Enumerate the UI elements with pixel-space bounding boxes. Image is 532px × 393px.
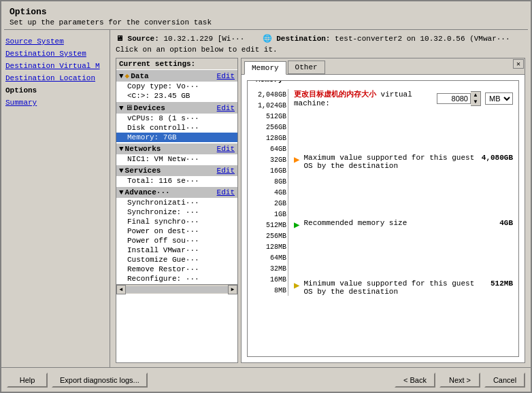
settings-section-services-header: ▼ Services Edit: [116, 165, 237, 176]
cancel-button[interactable]: Cancel: [484, 373, 525, 388]
devices-section-title: Devices: [134, 104, 214, 112]
memory-spin-down[interactable]: ▼: [471, 99, 480, 105]
tab-memory[interactable]: Memory: [244, 61, 286, 75]
services-arrow-icon: ▼: [119, 167, 124, 175]
memory-input-area: 更改目标虚机的内存大小 virtualmachine: ▲: [294, 89, 513, 107]
memory-spinbox: ▲ ▼: [437, 91, 481, 106]
scale-16mb: 16MB: [253, 274, 286, 285]
tab-other[interactable]: Other: [288, 61, 325, 74]
close-button[interactable]: ✕: [513, 59, 524, 69]
advanced-item-0: Synchronizati···: [116, 198, 237, 207]
scale-256gb: 256GB: [253, 122, 286, 133]
settings-section-networks: ▼ Networks Edit NIC1: VM Netw···: [116, 143, 237, 165]
data-item-0: Copy type: Vo···: [116, 82, 237, 91]
min-arrow-icon: ▶: [294, 279, 299, 291]
sidebar-item-destination-location[interactable]: Destination Location: [5, 72, 105, 84]
window-title: Options: [10, 7, 522, 17]
memory-spin-buttons: ▲ ▼: [471, 91, 481, 106]
panels-row: Current settings: ▼ ◆ Data Edit Copy typ…: [116, 58, 525, 363]
settings-section-devices: ▼ 🖥 Devices Edit vCPUs: 8 (1 s··· Disk c…: [116, 101, 237, 143]
networks-item-0: NIC1: VM Netw···: [116, 154, 237, 164]
memory-top-row: 2,048GB 1,024GB 512GB 256GB 128GB 64GB 3…: [253, 89, 513, 296]
devices-item-0: vCPUs: 8 (1 s···: [116, 114, 237, 123]
sidebar-item-destination-virtual[interactable]: Destination Virtual M: [5, 60, 105, 72]
advanced-edit-link[interactable]: Edit: [217, 188, 235, 196]
options-panel: Memory Other ✕ Memory: [241, 58, 525, 363]
settings-section-networks-header: ▼ Networks Edit: [116, 143, 237, 154]
max-arrow-icon: ▶: [294, 154, 299, 165]
devices-item-1: Disk controll···: [116, 123, 237, 133]
memory-content: 2,048GB 1,024GB 512GB 256GB 128GB 64GB 3…: [253, 89, 513, 351]
memory-input-description: 更改目标虚机的内存大小 virtualmachine:: [294, 89, 433, 107]
main-window: Options Set up the parameters for the co…: [0, 0, 532, 393]
memory-spin-up[interactable]: ▲: [471, 92, 480, 99]
scale-512mb: 512MB: [253, 220, 286, 230]
settings-section-devices-header: ▼ 🖥 Devices Edit: [116, 102, 237, 114]
scale-64mb: 64MB: [253, 252, 286, 263]
source-dest-bar: 🖥 Source: 10.32.1.229 [Wi··· 🌐 Destinati…: [116, 34, 525, 43]
scale-32gb: 32GB: [253, 154, 286, 165]
data-item-1: <C:>: 23.45 GB: [116, 91, 237, 101]
advanced-item-8: Reconfigure: ···: [116, 274, 237, 284]
export-logs-button[interactable]: Export diagnostic logs...: [52, 373, 148, 388]
services-edit-link[interactable]: Edit: [217, 167, 235, 175]
sidebar-item-options: Options: [5, 84, 105, 97]
memory-scale: 2,048GB 1,024GB 512GB 256GB 128GB 64GB 3…: [253, 89, 288, 296]
max-indicator-text: Maximum value supported for this guest O…: [303, 154, 477, 170]
sidebar-item-destination-system[interactable]: Destination System: [5, 48, 105, 60]
networks-arrow-icon: ▼: [119, 145, 124, 153]
options-panel-wrapper: Memory Other ✕ Memory: [241, 58, 525, 363]
source-value: 10.32.1.229 [Wi···: [163, 35, 244, 43]
min-indicator-text: Minimum value supported for this guest O…: [303, 279, 486, 296]
memory-indicators: 更改目标虚机的内存大小 virtualmachine: ▲: [294, 89, 513, 296]
settings-section-advanced: ▼ Advance··· Edit Synchronizati··· Synch…: [116, 186, 237, 284]
settings-section-services: ▼ Services Edit Total: 116 se···: [116, 165, 237, 186]
scale-32mb: 32MB: [253, 263, 286, 274]
bottom-bar: Help Export diagnostic logs... < Back Ne…: [1, 367, 531, 392]
memory-red-label: 更改目标虚机的内存大小: [294, 90, 376, 99]
advanced-section-title: Advance···: [125, 188, 214, 196]
data-edit-link[interactable]: Edit: [217, 72, 235, 80]
h-scroll-left-btn[interactable]: ◄: [116, 285, 126, 294]
devices-item-2: Memory: 7GB: [116, 133, 237, 142]
scale-8gb: 8GB: [253, 176, 286, 187]
settings-panel: Current settings: ▼ ◆ Data Edit Copy typ…: [116, 58, 238, 363]
source-label: 🖥 Source:: [116, 35, 159, 43]
data-section-title: Data: [131, 72, 214, 80]
scale-8mb: 8MB: [253, 285, 286, 296]
scale-2048gb: 2,048GB: [253, 89, 286, 100]
networks-section-title: Networks: [125, 145, 214, 153]
destination-value: test-converter2 on 10.32.0.56 (VMwar···: [335, 35, 510, 43]
devices-edit-link[interactable]: Edit: [217, 104, 235, 112]
networks-edit-link[interactable]: Edit: [217, 145, 235, 153]
scale-4gb: 4GB: [253, 187, 286, 198]
back-button[interactable]: < Back: [395, 373, 435, 388]
scale-1024gb: 1,024GB: [253, 100, 286, 111]
sidebar-item-summary[interactable]: Summary: [5, 97, 105, 109]
devices-monitor-icon: 🖥: [125, 103, 133, 112]
help-button[interactable]: Help: [7, 373, 48, 388]
rec-indicator-value: 4GB: [499, 219, 513, 227]
settings-section-advanced-header: ▼ Advance··· Edit: [116, 187, 237, 198]
max-indicator: ▶ Maximum value supported for this guest…: [294, 154, 513, 170]
instruction: Click on an option below to edit it.: [116, 46, 525, 54]
h-scrollbar: ◄ ►: [116, 284, 237, 294]
memory-value-input[interactable]: [437, 93, 471, 104]
scale-512gb: 512GB: [253, 111, 286, 122]
tab-content-memory: Memory 2,048GB 1,024GB: [242, 75, 525, 362]
h-scroll-right-btn[interactable]: ►: [228, 285, 237, 294]
destination-label: 🌐 Destination:: [263, 35, 331, 43]
h-scroll-track[interactable]: [126, 286, 228, 293]
memory-unit-select[interactable]: MB GB: [485, 92, 513, 105]
scale-16gb: 16GB: [253, 165, 286, 176]
advanced-item-1: Synchronize: ···: [116, 207, 237, 217]
advanced-arrow-icon: ▼: [119, 188, 124, 196]
scale-64gb: 64GB: [253, 143, 286, 154]
rec-arrow-icon: ▶: [294, 219, 299, 230]
sidebar-item-source-system[interactable]: Source System: [5, 35, 105, 48]
memory-group-wrapper: Memory 2,048GB 1,024GB: [247, 80, 519, 357]
data-diamond-icon: ◆: [125, 71, 130, 80]
scale-128gb: 128GB: [253, 133, 286, 143]
devices-arrow-icon: ▼: [119, 104, 124, 112]
next-button[interactable]: Next >: [439, 373, 480, 388]
